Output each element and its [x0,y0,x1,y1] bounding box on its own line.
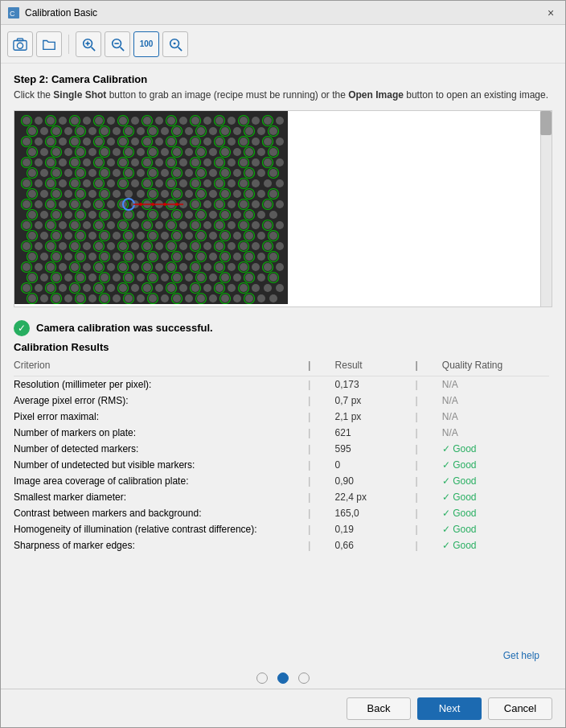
svg-point-59 [35,138,43,146]
get-help-link[interactable]: Get help [503,650,539,661]
svg-point-331 [203,263,211,271]
svg-point-344 [100,274,109,282]
svg-point-224 [209,211,217,219]
svg-point-303 [125,253,133,261]
svg-point-61 [59,138,67,146]
svg-point-149 [83,179,91,187]
results-table: Criterion | Result | Quality Rating Reso… [14,358,549,553]
result-8: 165,0 [335,505,416,521]
svg-point-234 [71,221,79,229]
zoom-in-button[interactable] [76,31,101,57]
criterion-7: Smallest marker diameter: [14,489,308,505]
svg-point-388 [113,294,121,302]
svg-point-334 [240,263,248,271]
svg-point-121 [264,158,272,167]
svg-point-218 [137,211,145,219]
svg-point-258 [100,232,109,240]
svg-point-266 [197,232,205,240]
folder-button[interactable] [36,31,62,57]
toolbar-separator-1 [68,35,69,54]
svg-point-254 [52,232,60,240]
svg-point-237 [107,221,115,229]
zoom-fit-button[interactable] [162,31,188,57]
divider2-7: | [416,489,442,505]
results-row-10: Sharpness of marker edges:|0,66|✓ Good [14,537,549,553]
svg-point-93 [185,148,193,156]
svg-point-28 [179,117,187,125]
svg-point-162 [240,179,248,187]
step-title: Step 2: Camera Calibration [14,73,552,85]
svg-point-213 [76,211,84,219]
svg-point-125 [52,169,60,177]
svg-point-251 [276,221,284,229]
image-scrollbar[interactable] [540,111,552,306]
svg-point-96 [221,148,229,156]
svg-point-363 [71,284,79,292]
svg-point-133 [149,169,157,177]
svg-point-326 [143,263,151,271]
svg-point-165 [276,179,284,187]
svg-point-367 [119,284,127,292]
svg-point-318 [47,263,55,271]
divider2-2: | [416,409,442,425]
svg-point-98 [245,148,253,156]
nav-dot-0[interactable] [256,672,268,684]
result-1: 0,7 px [335,393,416,409]
next-button[interactable]: Next [417,697,482,720]
svg-point-280 [107,242,115,250]
main-window: C Calibration Basic × [0,0,566,728]
svg-point-23 [119,117,127,125]
svg-point-147 [59,179,67,187]
results-row-0: Resolution (millimeter per pixel):|0,173… [14,376,549,393]
svg-point-180 [197,190,205,198]
single-shot-label: Single Shot [53,89,106,101]
svg-point-152 [119,179,127,187]
svg-point-276 [59,242,67,250]
svg-point-271 [257,232,265,240]
back-button[interactable]: Back [347,697,411,720]
cancel-button[interactable]: Cancel [488,697,552,720]
svg-point-221 [173,211,181,219]
zoom-out-button[interactable] [105,31,130,57]
close-button[interactable]: × [543,5,559,21]
svg-point-27 [167,117,175,125]
svg-point-307 [173,253,181,261]
svg-point-262 [149,232,157,240]
camera-button[interactable] [7,31,33,57]
svg-point-183 [233,190,241,198]
svg-point-340 [52,274,60,282]
svg-point-291 [240,242,248,250]
svg-point-76 [240,138,248,146]
svg-point-355 [233,274,241,282]
svg-point-177 [161,190,169,198]
svg-point-75 [228,138,236,146]
svg-point-37 [28,127,36,135]
svg-point-305 [149,253,157,261]
svg-point-260 [125,232,133,240]
svg-point-140 [233,169,241,177]
svg-point-390 [137,294,145,302]
get-help-link-container: Get help [14,647,552,664]
svg-point-245 [203,221,211,229]
criterion-1: Average pixel error (RMS): [14,393,308,409]
nav-dot-1[interactable] [277,672,289,684]
nav-dot-2[interactable] [298,672,310,684]
header-criterion: Criterion [14,358,308,376]
svg-point-205 [240,200,248,208]
svg-point-308 [185,253,193,261]
svg-point-272 [269,232,277,240]
svg-point-214 [88,211,96,219]
svg-point-35 [264,117,272,125]
svg-point-176 [149,190,157,198]
zoom-100-button[interactable]: 100 [133,31,159,57]
svg-point-328 [167,263,175,271]
svg-point-371 [167,284,175,292]
svg-point-134 [161,169,169,177]
svg-point-92 [173,148,181,156]
svg-line-13 [178,47,183,51]
svg-point-270 [245,232,253,240]
svg-point-366 [107,284,115,292]
svg-point-317 [35,263,43,271]
svg-point-66 [119,138,127,146]
svg-point-227 [245,211,253,219]
